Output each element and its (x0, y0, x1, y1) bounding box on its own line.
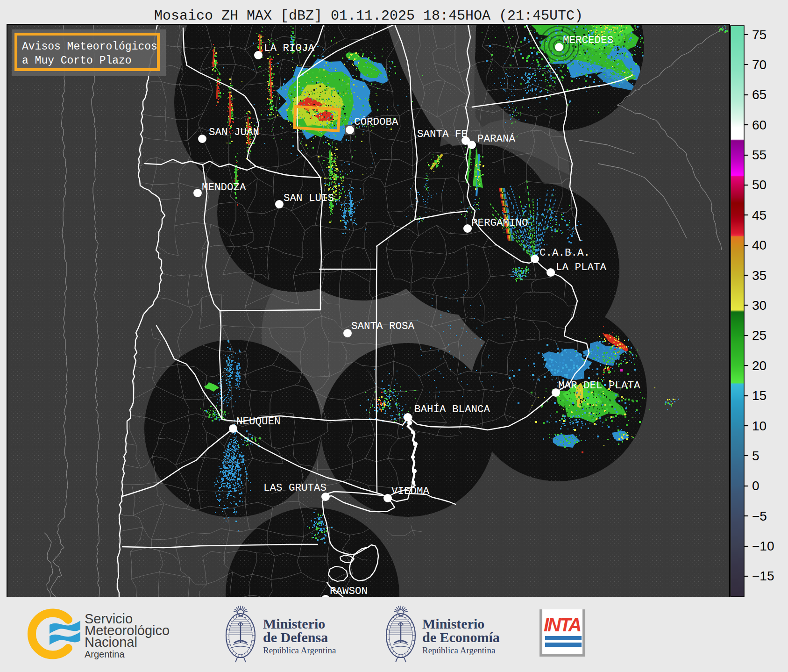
svg-text:C.A.B.A.: C.A.B.A. (540, 247, 590, 259)
svg-text:MERCEDES: MERCEDES (563, 34, 613, 46)
svg-text:Mosaico ZH MAX [dBZ] 01.11.202: Mosaico ZH MAX [dBZ] 01.11.2025 18:45HOA… (154, 8, 583, 24)
svg-text:5: 5 (752, 449, 760, 463)
svg-text:SAN LUIS: SAN LUIS (284, 192, 334, 204)
svg-text:60: 60 (752, 118, 767, 132)
svg-text:−10: −10 (752, 539, 774, 553)
svg-text:MAR DEL PLATA: MAR DEL PLATA (558, 379, 640, 392)
svg-text:INTA: INTA (544, 615, 580, 635)
svg-text:10: 10 (752, 419, 767, 433)
svg-text:República Argentina: República Argentina (263, 645, 336, 655)
svg-text:55: 55 (752, 148, 767, 162)
svg-text:República Argentina: República Argentina (422, 645, 496, 655)
svg-text:40: 40 (752, 238, 767, 252)
svg-text:LAS GRUTAS: LAS GRUTAS (263, 482, 327, 494)
svg-text:25: 25 (752, 328, 767, 343)
svg-text:LA RIOJA: LA RIOJA (264, 42, 315, 54)
svg-text:NEUQUÉN: NEUQUÉN (236, 415, 281, 428)
svg-text:SANTA FE: SANTA FE (417, 128, 468, 140)
svg-text:SANTA ROSA: SANTA ROSA (351, 320, 415, 332)
svg-text:RAWSON: RAWSON (330, 585, 368, 597)
svg-text:−5: −5 (752, 509, 767, 523)
svg-text:SAN JUAN: SAN JUAN (209, 126, 259, 138)
svg-text:de Economía: de Economía (422, 629, 500, 645)
svg-text:PERGAMINO: PERGAMINO (471, 217, 528, 229)
svg-text:0: 0 (752, 479, 760, 493)
svg-text:65: 65 (752, 87, 767, 102)
svg-text:35: 35 (752, 268, 767, 283)
svg-text:de Defensa: de Defensa (263, 629, 328, 645)
svg-text:75: 75 (752, 28, 767, 42)
svg-text:50: 50 (752, 178, 767, 192)
svg-text:70: 70 (752, 57, 767, 72)
svg-text:PARANÁ: PARANÁ (477, 133, 516, 145)
svg-text:20: 20 (752, 358, 767, 373)
svg-text:a Muy Corto Plazo: a Muy Corto Plazo (22, 55, 132, 67)
svg-text:Avisos Meteorológicos: Avisos Meteorológicos (22, 41, 157, 53)
svg-text:MENDOZA: MENDOZA (202, 181, 246, 193)
svg-text:BAHÍA BLANCA: BAHÍA BLANCA (414, 403, 490, 415)
svg-text:Argentina: Argentina (85, 649, 125, 659)
svg-text:45: 45 (752, 208, 767, 222)
svg-text:LA PLATA: LA PLATA (556, 261, 607, 273)
svg-text:15: 15 (752, 388, 767, 403)
svg-text:30: 30 (752, 298, 767, 313)
svg-text:VIEDMA: VIEDMA (391, 485, 430, 497)
svg-text:−15: −15 (752, 569, 774, 583)
svg-text:CÓRDOBA: CÓRDOBA (354, 116, 398, 128)
svg-text:Nacional: Nacional (85, 635, 137, 650)
